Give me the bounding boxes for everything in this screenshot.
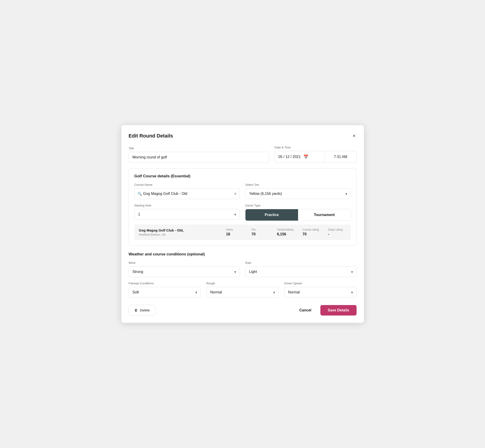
title-group: Title [129,147,269,163]
starting-hole-dropdown[interactable]: 1 2 10 [134,209,240,220]
stat-holes: Holes 18 [226,228,244,236]
course-info-bar: Gog Magog Golf Club - Old, Shelford Bott… [134,224,351,240]
course-tee-row: Course Name 🔍 × Select Tee Yellow (6,156… [134,183,351,199]
slope-rating-label: Slope rating [328,228,343,231]
stat-course-rating: Course rating 70 [303,228,321,236]
course-name-group: Course Name 🔍 × [134,183,240,199]
fairway-group: Fairway Conditions Soft Normal Hard ▾ [129,282,201,297]
green-speed-wrapper: Slow Normal Fast ▾ [284,287,356,297]
course-rating-label: Course rating [303,228,319,231]
date-value: 05 / 12 / 2021 [278,155,301,159]
green-speed-label: Green Speed [284,282,356,285]
time-input[interactable]: 7:31 AM [325,151,356,163]
stat-par: Par 70 [252,228,270,236]
green-speed-dropdown[interactable]: Slow Normal Fast [284,287,356,297]
title-input[interactable] [129,152,269,163]
wind-group: Wind Calm Light Moderate Strong Very Str… [129,261,240,277]
trash-icon: 🗑 [134,308,138,312]
weather-section: Weather and course conditions (optional)… [129,252,356,297]
course-rating-value: 70 [303,232,307,236]
rain-group: Rain None Light Moderate Heavy ▾ [245,261,356,277]
footer-right: Cancel Save Details [295,305,356,315]
close-button[interactable]: × [352,133,356,139]
rain-dropdown[interactable]: None Light Moderate Heavy [245,266,356,277]
course-info-location: Shelford Bottom, UK [139,233,219,236]
calendar-icon: 📅 [303,154,308,159]
golf-course-title: Golf Course details (Essential) [134,174,351,178]
clear-course-button[interactable]: × [234,192,237,196]
wind-label: Wind [129,261,240,264]
select-tee-label: Select Tee [245,183,351,186]
date-time-inputs: 05 / 12 / 2021 📅 7:31 AM [275,151,356,163]
tournament-button[interactable]: Tournament [298,209,351,221]
practice-button[interactable]: Practice [245,209,298,221]
rough-label: Rough [206,282,279,285]
title-label: Title [129,147,269,150]
holes-value: 18 [226,232,230,236]
yards-value: 6,156 [277,232,286,236]
course-name-search-wrapper: 🔍 × [134,188,240,199]
course-info-name-group: Gog Magog Golf Club - Old, Shelford Bott… [139,228,219,236]
starting-hole-wrapper: 1 2 10 ▾ [134,209,240,220]
game-type-group: Game Type Practice Tournament [245,204,351,221]
cancel-button[interactable]: Cancel [295,305,316,315]
stat-yards: Yards(Yellow) 6,156 [277,228,295,236]
holes-label: Holes [226,228,233,231]
datetime-label: Date & Time [275,146,356,149]
date-input[interactable]: 05 / 12 / 2021 📅 [275,151,325,163]
conditions-row: Fairway Conditions Soft Normal Hard ▾ Ro… [129,282,356,297]
search-icon: 🔍 [137,192,142,196]
starting-hole-group: Starting Hole 1 2 10 ▾ [134,204,240,221]
stat-slope-rating: Slope rating - [328,228,346,236]
course-info-name: Gog Magog Golf Club - Old, [139,228,219,232]
green-speed-group: Green Speed Slow Normal Fast ▾ [284,282,356,297]
par-label: Par [252,228,256,231]
delete-button[interactable]: 🗑 Delete [129,305,155,315]
rough-wrapper: Short Normal Long ▾ [206,287,279,297]
delete-label: Delete [140,308,150,312]
golf-course-section: Golf Course details (Essential) Course N… [129,168,356,246]
course-name-input[interactable] [134,188,240,199]
modal-title: Edit Round Details [129,133,173,139]
datetime-group: Date & Time 05 / 12 / 2021 📅 7:31 AM [275,146,356,163]
par-value: 70 [252,232,256,236]
slope-rating-value: - [328,232,329,236]
game-type-toggle: Practice Tournament [245,209,351,221]
rough-group: Rough Short Normal Long ▾ [206,282,279,297]
wind-rain-row: Wind Calm Light Moderate Strong Very Str… [129,261,356,277]
select-tee-group: Select Tee Yellow (6,156 yards) White (6… [245,183,351,199]
course-name-label: Course Name [134,183,240,186]
rain-wrapper: None Light Moderate Heavy ▾ [245,266,356,277]
starting-hole-label: Starting Hole [134,204,240,207]
footer-row: 🗑 Delete Cancel Save Details [129,299,356,315]
rain-label: Rain [245,261,356,264]
game-type-label: Game Type [245,204,351,207]
time-value: 7:31 AM [334,155,347,159]
fairway-wrapper: Soft Normal Hard ▾ [129,287,201,297]
edit-round-modal: Edit Round Details × Title Date & Time 0… [121,125,364,323]
wind-dropdown[interactable]: Calm Light Moderate Strong Very Strong [129,266,240,277]
modal-header: Edit Round Details × [129,133,356,139]
rough-dropdown[interactable]: Short Normal Long [206,287,279,297]
hole-gametype-row: Starting Hole 1 2 10 ▾ Game Type Practic… [134,204,351,221]
yards-label: Yards(Yellow) [277,228,294,231]
fairway-label: Fairway Conditions [129,282,201,285]
wind-wrapper: Calm Light Moderate Strong Very Strong ▾ [129,266,240,277]
fairway-dropdown[interactable]: Soft Normal Hard [129,287,201,297]
select-tee-wrapper: Yellow (6,156 yards) White (6,500 yards)… [245,188,351,199]
select-tee-dropdown[interactable]: Yellow (6,156 yards) White (6,500 yards)… [245,188,351,199]
weather-section-title: Weather and course conditions (optional) [129,252,356,256]
save-button[interactable]: Save Details [320,305,356,315]
title-datetime-row: Title Date & Time 05 / 12 / 2021 📅 7:31 … [129,146,356,163]
